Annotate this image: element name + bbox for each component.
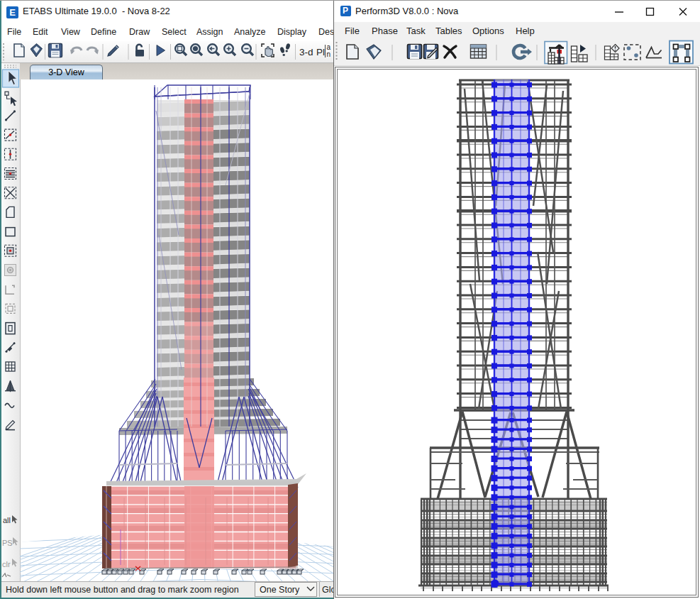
svg-text:Pl: Pl: [316, 47, 325, 57]
svg-text:all: all: [3, 516, 11, 524]
svg-text:n: n: [327, 50, 331, 58]
svg-text:clr: clr: [2, 560, 11, 568]
svg-text:PS: PS: [2, 539, 13, 547]
svg-text:3-d: 3-d: [299, 47, 313, 57]
